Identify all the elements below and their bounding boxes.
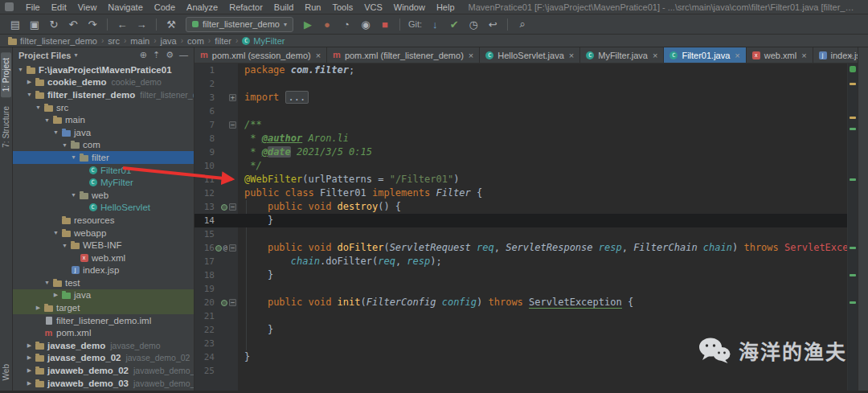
tree-item[interactable]: ▶target — [13, 301, 194, 314]
fold-marker-icon[interactable]: − — [229, 203, 236, 211]
error-stripe[interactable] — [847, 63, 858, 391]
tree-item[interactable]: ▼src — [13, 101, 194, 114]
tree-toggle-icon[interactable]: ▼ — [60, 243, 69, 248]
tree-toggle-icon[interactable]: ▼ — [25, 92, 34, 97]
menu-refactor[interactable]: Refactor — [223, 2, 268, 13]
tree-toggle-icon[interactable]: ▶ — [51, 292, 60, 298]
breadcrumb-item[interactable]: src — [108, 36, 120, 46]
menu-vcs[interactable]: VCS — [358, 2, 388, 13]
tree-toggle-icon[interactable]: ▼ — [51, 129, 60, 135]
tree-toggle-icon[interactable]: ▶ — [34, 305, 43, 311]
menu-tools[interactable]: Tools — [326, 2, 358, 13]
tab-close-icon[interactable]: × — [653, 51, 657, 60]
tree-toggle-icon[interactable]: ▶ — [25, 342, 34, 349]
tree-toggle-icon[interactable]: ▼ — [69, 192, 78, 198]
tree-item[interactable]: ▼filter — [13, 151, 194, 164]
editor-tab[interactable]: mpom.xml (session_demo)× — [194, 47, 327, 63]
breadcrumb-item[interactable]: main — [130, 36, 149, 46]
stripe-mark[interactable] — [850, 128, 856, 130]
tree-item[interactable]: ▼test — [13, 276, 194, 289]
breadcrumb-item[interactable]: filter — [215, 36, 231, 46]
build-icon[interactable]: ⚒ — [162, 16, 180, 32]
back-icon[interactable]: ← — [113, 16, 131, 32]
tree-item[interactable]: CFilter01 — [13, 164, 194, 177]
tree-toggle-icon[interactable]: ▶ — [25, 380, 34, 387]
tab-close-icon[interactable]: × — [735, 51, 739, 60]
editor-tab[interactable]: CFilter01.java× — [664, 47, 746, 63]
tool-window-button-1-project[interactable]: 1: Project — [1, 52, 11, 97]
tree-item[interactable]: filter_listener_demo.iml — [13, 314, 194, 327]
tree-item[interactable]: ▼web — [13, 189, 194, 202]
tree-item[interactable]: ▼com — [13, 139, 194, 152]
stripe-mark[interactable] — [850, 247, 856, 249]
tree-item[interactable]: CMyFilter — [13, 176, 194, 189]
stripe-mark[interactable] — [850, 178, 856, 181]
tree-toggle-icon[interactable]: ▶ — [25, 354, 34, 361]
collapse-all-icon[interactable]: ⇡ — [153, 50, 160, 60]
tree-item[interactable]: CHelloServlet — [13, 202, 194, 215]
tree-item[interactable]: xweb.xml — [13, 252, 194, 264]
tree-item[interactable]: ▶javase_demo_02javase_demo_02 — [13, 352, 194, 365]
profiler-icon[interactable]: ◉ — [357, 16, 375, 32]
inspections-ok-indicator[interactable] — [850, 66, 856, 72]
sync-icon[interactable]: ↻ — [45, 16, 63, 32]
editor-tab[interactable]: CHelloServlet.java× — [480, 47, 580, 63]
locate-icon[interactable]: ⊕ — [140, 50, 147, 60]
fold-marker-icon[interactable]: + — [229, 94, 236, 101]
stripe-mark[interactable] — [850, 301, 856, 304]
open-icon[interactable]: ▤ — [6, 16, 24, 32]
stripe-mark[interactable] — [850, 274, 856, 276]
redo-icon[interactable]: ↷ — [84, 16, 101, 32]
tree-item[interactable]: ▼main — [13, 113, 194, 126]
menu-code[interactable]: Code — [149, 2, 181, 13]
tab-overflow-icon[interactable]: ⌄ — [848, 50, 854, 59]
tree-item[interactable]: ▼java — [13, 126, 194, 139]
tree-item[interactable]: ▼WEB-INF — [13, 239, 194, 252]
override-marker-icon[interactable] — [221, 204, 227, 211]
fold-marker-icon[interactable]: − — [229, 244, 236, 252]
git-rollback-icon[interactable]: ↩ — [484, 16, 502, 32]
menu-edit[interactable]: Edit — [46, 2, 72, 13]
tool-window-button-web[interactable]: Web — [1, 358, 11, 386]
git-history-icon[interactable]: ◷ — [465, 16, 482, 32]
save-all-icon[interactable]: ▣ — [26, 16, 43, 32]
editor-tab[interactable]: xweb.xml× — [747, 47, 813, 63]
menu-view[interactable]: View — [72, 2, 103, 13]
menu-help[interactable]: Help — [431, 2, 461, 13]
git-update-icon[interactable]: ↓ — [426, 16, 444, 32]
tree-item[interactable]: ▶javaweb_demo_02javaweb_demo_02 — [13, 364, 194, 377]
menu-window[interactable]: Window — [388, 2, 431, 13]
forward-icon[interactable]: → — [133, 16, 150, 32]
tree-item[interactable]: resources — [13, 214, 194, 227]
undo-icon[interactable]: ↶ — [64, 16, 82, 32]
breadcrumb-item[interactable]: filter_listener_demo — [8, 36, 97, 46]
tree-item[interactable]: ▶cookie_democookie_demo — [13, 76, 194, 89]
hide-panel-icon[interactable]: — — [179, 50, 188, 60]
tree-item[interactable]: ▶javaweb_demo_03javaweb_demo_03 — [13, 377, 194, 390]
tab-close-icon[interactable]: × — [469, 51, 473, 60]
tree-item[interactable]: ▼filter_listener_demofilter_listener_dem… — [13, 88, 194, 101]
tool-window-button-7-structure[interactable]: 7: Structure — [1, 100, 11, 154]
run-icon[interactable]: ▶ — [299, 16, 317, 32]
menu-run[interactable]: Run — [299, 2, 326, 13]
tree-toggle-icon[interactable]: ▼ — [43, 280, 51, 285]
tree-toggle-icon[interactable]: ▼ — [43, 117, 51, 123]
tree-item[interactable]: ▼webapp — [13, 227, 194, 239]
tree-item[interactable]: ▶javase_demojavase_demo — [13, 339, 194, 352]
stripe-mark[interactable] — [850, 117, 856, 119]
tree-toggle-icon[interactable]: ▼ — [16, 67, 25, 72]
editor-tab[interactable]: mpom.xml (filter_listener_demo)× — [327, 47, 480, 63]
tree-toggle-icon[interactable]: ▼ — [51, 230, 60, 235]
tree-item[interactable]: mpom.xml — [13, 326, 194, 339]
git-commit-icon[interactable]: ✔ — [445, 16, 463, 32]
override-marker-icon[interactable] — [215, 245, 222, 252]
tree-toggle-icon[interactable]: ▼ — [34, 104, 43, 110]
settings-icon[interactable]: ⚙ — [166, 50, 174, 60]
menu-build[interactable]: Build — [268, 2, 299, 13]
tab-close-icon[interactable]: × — [569, 51, 574, 60]
run-config-combo[interactable]: filter_listener_demo▾ — [186, 17, 293, 32]
menu-analyze[interactable]: Analyze — [181, 2, 223, 13]
override-marker-icon[interactable] — [221, 300, 227, 306]
tree-toggle-icon[interactable]: ▶ — [25, 367, 34, 374]
tab-close-icon[interactable]: × — [801, 51, 806, 60]
